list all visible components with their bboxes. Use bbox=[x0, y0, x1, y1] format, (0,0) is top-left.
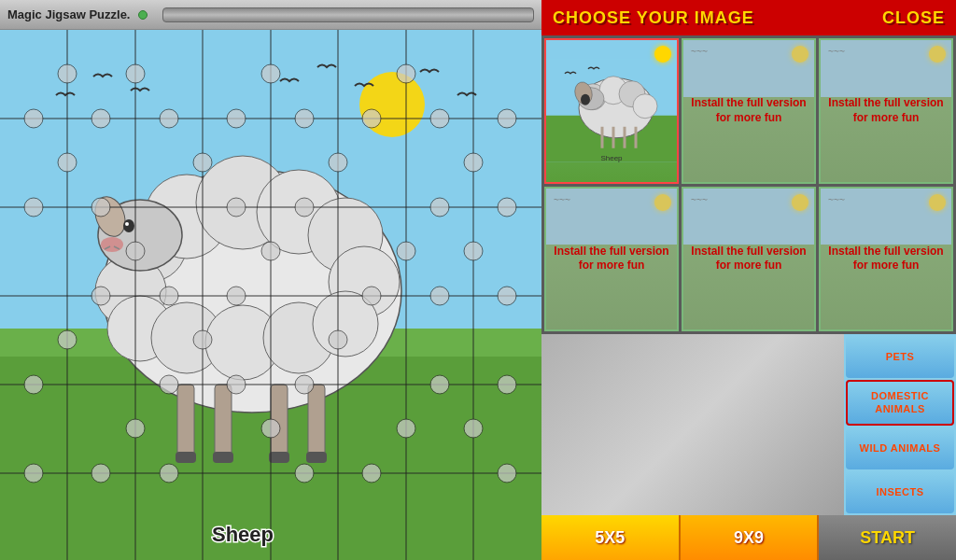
svg-point-84 bbox=[126, 242, 145, 260]
svg-point-57 bbox=[498, 198, 516, 217]
svg-text:Sheep: Sheep bbox=[600, 154, 623, 162]
svg-point-91 bbox=[126, 419, 145, 438]
grid-cell-3[interactable]: 〜〜〜 Install the full version for more fu… bbox=[544, 187, 679, 332]
locked-text-4: Install the full version for more fun bbox=[683, 189, 814, 330]
svg-point-94 bbox=[464, 419, 483, 438]
title-bar: Magic Jigsaw Puzzle. bbox=[0, 0, 541, 30]
svg-point-73 bbox=[295, 464, 314, 483]
svg-point-90 bbox=[329, 330, 347, 349]
left-panel: Magic Jigsaw Puzzle. bbox=[0, 0, 541, 560]
svg-rect-24 bbox=[177, 385, 194, 459]
svg-text:Sheep: Sheep bbox=[212, 523, 274, 546]
svg-rect-31 bbox=[306, 452, 327, 463]
svg-point-21 bbox=[101, 237, 123, 252]
svg-point-63 bbox=[498, 287, 516, 305]
bottom-bar: 5X5 9X9 START bbox=[541, 515, 956, 560]
svg-point-83 bbox=[464, 153, 483, 172]
svg-point-70 bbox=[24, 464, 43, 483]
category-wild-button[interactable]: WILD ANIMALS bbox=[846, 427, 954, 469]
svg-point-44 bbox=[24, 109, 43, 128]
size-9x9-button[interactable]: 9X9 bbox=[681, 515, 820, 560]
locked-text-2: Install the full version for more fun bbox=[821, 40, 951, 182]
svg-point-102 bbox=[633, 94, 657, 119]
grid-cell-sheep[interactable]: Sheep bbox=[544, 38, 679, 184]
svg-point-59 bbox=[160, 287, 178, 305]
locked-text-5: Install the full version for more fun bbox=[821, 189, 951, 330]
svg-point-85 bbox=[261, 242, 280, 260]
status-dot bbox=[138, 10, 148, 20]
svg-point-49 bbox=[362, 109, 381, 128]
start-button[interactable]: START bbox=[819, 515, 956, 560]
svg-point-78 bbox=[261, 64, 280, 83]
svg-point-65 bbox=[160, 375, 178, 394]
category-domestic-button[interactable]: DOMESTIC ANIMALS bbox=[846, 380, 954, 426]
category-insects-button[interactable]: INSECTS bbox=[846, 471, 954, 513]
svg-point-87 bbox=[464, 242, 483, 260]
locked-text-3: Install the full version for more fun bbox=[546, 189, 677, 330]
svg-point-89 bbox=[193, 330, 212, 349]
svg-point-88 bbox=[58, 330, 77, 349]
svg-point-81 bbox=[193, 153, 212, 172]
svg-point-86 bbox=[397, 242, 415, 260]
svg-point-46 bbox=[160, 109, 178, 128]
svg-point-74 bbox=[362, 464, 381, 483]
svg-point-79 bbox=[397, 64, 415, 83]
svg-point-50 bbox=[430, 109, 449, 128]
choose-header: CHOOSE YOUR IMAGE CLOSE bbox=[541, 0, 956, 35]
svg-point-82 bbox=[329, 153, 347, 172]
grid-cell-2[interactable]: 〜〜〜 Install the full version for more fu… bbox=[819, 38, 953, 184]
svg-point-67 bbox=[295, 375, 314, 394]
svg-point-72 bbox=[160, 464, 178, 483]
sheep-cell-bg: Sheep bbox=[546, 40, 677, 182]
svg-rect-27 bbox=[308, 385, 325, 459]
svg-point-76 bbox=[58, 64, 77, 83]
svg-rect-30 bbox=[269, 452, 289, 463]
svg-point-47 bbox=[227, 109, 246, 128]
grid-cell-5[interactable]: 〜〜〜 Install the full version for more fu… bbox=[819, 187, 953, 332]
size-5x5-button[interactable]: 5X5 bbox=[541, 515, 681, 560]
svg-rect-29 bbox=[213, 452, 233, 463]
svg-point-53 bbox=[91, 198, 110, 217]
puzzle-svg: Sheep bbox=[0, 30, 541, 560]
svg-point-80 bbox=[58, 153, 77, 172]
svg-point-45 bbox=[91, 109, 110, 128]
image-grid: Sheep 〜〜〜 Install the full version for m… bbox=[541, 35, 956, 334]
svg-point-92 bbox=[261, 419, 280, 438]
svg-point-51 bbox=[498, 109, 516, 128]
category-buttons: PETS DOMESTIC ANIMALS WILD ANIMALS INSEC… bbox=[844, 334, 956, 515]
sun-icon bbox=[654, 46, 671, 63]
svg-point-20 bbox=[125, 222, 129, 226]
svg-point-68 bbox=[430, 375, 449, 394]
svg-point-61 bbox=[362, 287, 381, 305]
category-section: PETS DOMESTIC ANIMALS WILD ANIMALS INSEC… bbox=[541, 334, 956, 515]
svg-point-93 bbox=[397, 419, 415, 438]
svg-point-60 bbox=[227, 287, 246, 305]
progress-bar bbox=[162, 7, 535, 22]
svg-point-19 bbox=[123, 219, 134, 232]
grid-cell-1[interactable]: 〜〜〜 Install the full version for more fu… bbox=[682, 38, 816, 184]
svg-point-48 bbox=[295, 109, 314, 128]
svg-point-64 bbox=[24, 375, 43, 394]
svg-point-105 bbox=[581, 94, 590, 105]
svg-point-66 bbox=[227, 375, 246, 394]
svg-point-62 bbox=[430, 287, 449, 305]
right-panel: CHOOSE YOUR IMAGE CLOSE bbox=[541, 0, 956, 560]
svg-point-56 bbox=[430, 198, 449, 217]
svg-rect-28 bbox=[176, 452, 196, 463]
svg-point-71 bbox=[91, 464, 110, 483]
svg-point-75 bbox=[498, 464, 516, 483]
svg-rect-25 bbox=[215, 385, 232, 459]
sheep-thumbnail: Sheep bbox=[546, 40, 677, 182]
svg-point-55 bbox=[295, 198, 314, 217]
locked-text-1: Install the full version for more fun bbox=[683, 40, 814, 182]
svg-point-69 bbox=[498, 375, 516, 394]
close-button[interactable]: CLOSE bbox=[882, 8, 945, 28]
choose-title: CHOOSE YOUR IMAGE bbox=[553, 8, 754, 28]
svg-point-58 bbox=[91, 287, 110, 305]
image-preview-area bbox=[541, 334, 844, 515]
app-title: Magic Jigsaw Puzzle. bbox=[7, 7, 131, 21]
category-pets-button[interactable]: PETS bbox=[846, 336, 954, 378]
grid-cell-4[interactable]: 〜〜〜 Install the full version for more fu… bbox=[682, 187, 816, 332]
svg-point-54 bbox=[227, 198, 246, 217]
svg-point-77 bbox=[126, 64, 145, 83]
